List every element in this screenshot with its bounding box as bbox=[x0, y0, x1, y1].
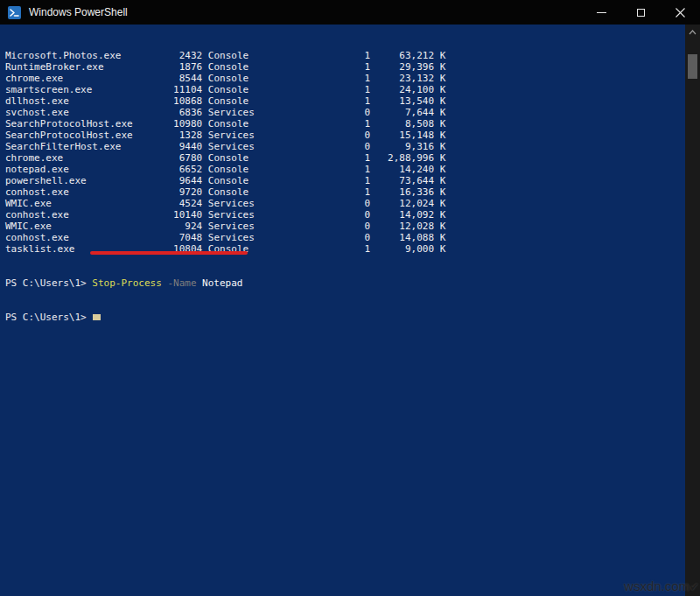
parameter-token: -Name bbox=[167, 277, 196, 289]
scrollbar-thumb[interactable] bbox=[688, 54, 697, 79]
title-bar: Windows PowerShell bbox=[0, 0, 700, 25]
watermark-check-icon: ✔ bbox=[690, 580, 699, 593]
chevron-up-icon bbox=[689, 30, 696, 35]
scroll-up-button[interactable] bbox=[685, 27, 700, 38]
minimize-icon bbox=[597, 12, 606, 13]
watermark: wsxdn.com✔ bbox=[624, 578, 699, 593]
powershell-window: Windows PowerShell Microsoft.Photos.exe … bbox=[0, 0, 700, 596]
powershell-icon bbox=[8, 6, 21, 19]
watermark-text: wsxdn.com bbox=[624, 578, 690, 593]
vertical-scrollbar[interactable] bbox=[685, 25, 700, 596]
red-underline-annotation bbox=[90, 251, 248, 255]
executed-command-line: PS C:\Users\1>Stop-Process-NameNotepad bbox=[5, 277, 685, 289]
prompt-text: PS C:\Users\1> bbox=[5, 277, 87, 289]
window-title: Windows PowerShell bbox=[29, 6, 582, 18]
close-button[interactable] bbox=[661, 0, 700, 25]
maximize-icon bbox=[637, 9, 645, 17]
current-prompt-line[interactable]: PS C:\Users\1> bbox=[5, 312, 685, 323]
process-list: Microsoft.Photos.exe 2432 Console 1 63,2… bbox=[5, 50, 685, 255]
prompt-text: PS C:\Users\1> bbox=[5, 312, 87, 323]
minimize-button[interactable] bbox=[582, 0, 621, 25]
argument-token: Notepad bbox=[202, 277, 242, 289]
text-cursor bbox=[93, 314, 101, 320]
console-area[interactable]: Microsoft.Photos.exe 2432 Console 1 63,2… bbox=[0, 25, 685, 596]
command-token: Stop-Process bbox=[92, 277, 161, 289]
maximize-button[interactable] bbox=[621, 0, 661, 25]
close-icon bbox=[676, 8, 685, 18]
